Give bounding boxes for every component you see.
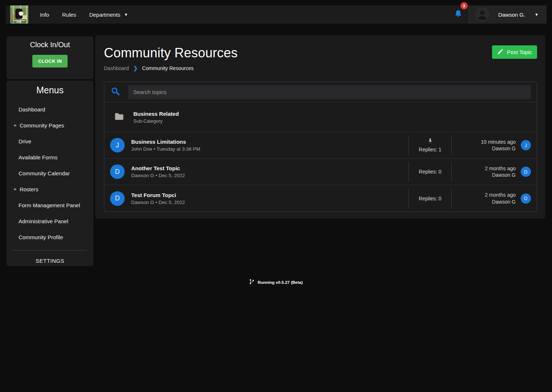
topic-meta: John Doe • Tuesday at 3:36 PM xyxy=(131,146,408,152)
last-post-cell: 10 minutes agoDawson G xyxy=(452,139,516,152)
sidebar-item-label: Administrative Panel xyxy=(19,218,68,224)
git-branch-icon xyxy=(249,279,254,286)
topic-row-business-limitations[interactable]: JBusiness LimitationsJohn Doe • Tuesday … xyxy=(104,132,537,159)
sidebar-item-community-profile[interactable]: Community Profile xyxy=(7,229,93,245)
topic-author-avatar: D xyxy=(110,164,125,179)
nav-link-rules[interactable]: Rules xyxy=(57,9,81,21)
clock-card-title: Clock In/Out xyxy=(7,41,93,49)
sidebar-menu: Dashboard▶Community PagesDriveAvailable … xyxy=(7,101,93,245)
sidebar-item-label: Rosters xyxy=(20,186,39,192)
footer: Running v0.5.27 (Beta) xyxy=(0,279,552,286)
user-avatar xyxy=(475,7,489,22)
post-topic-label: Post Topic xyxy=(507,49,532,55)
search-input[interactable] xyxy=(128,85,531,99)
replies-count: Replies: 0 xyxy=(419,169,441,175)
category-row-business-related[interactable]: Business Related Sub-Category xyxy=(104,102,537,132)
pin-icon xyxy=(427,138,433,146)
category-subtitle: Sub-Category xyxy=(133,118,179,124)
nav-link-label: Departments xyxy=(89,12,120,18)
clock-card: Clock In/Out CLOCK IN xyxy=(7,36,93,79)
replies-count: Replies: 1 xyxy=(419,147,441,152)
topic-list: JBusiness LimitationsJohn Doe • Tuesday … xyxy=(104,132,537,212)
last-poster-avatar: J xyxy=(521,140,531,150)
last-post-time: 10 minutes ago xyxy=(452,139,516,145)
menus-card-title: Menus xyxy=(7,85,93,95)
topic-author-avatar: D xyxy=(110,191,125,206)
topic-author-avatar: J xyxy=(110,138,125,152)
last-post-author: Dawson G xyxy=(452,199,516,205)
sidebar-item-label: Community Calendar xyxy=(19,170,70,176)
top-navbar: InfoRulesDepartments▼ 3 Dawson G. ▼ xyxy=(6,5,547,24)
last-post-author: Dawson G xyxy=(452,172,516,178)
logo-image[interactable] xyxy=(10,5,28,24)
chevron-right-icon: ❯ xyxy=(133,65,138,72)
nav-links: InfoRulesDepartments▼ xyxy=(35,9,133,21)
breadcrumb-dashboard[interactable]: Dashboard xyxy=(104,65,129,71)
topic-row-test-forum-topci[interactable]: DTest Forum TopciDawson G • Dec 5, 2022R… xyxy=(104,185,537,212)
nav-right: 3 Dawson G. ▼ xyxy=(448,5,547,24)
topic-meta: Dawson G • Dec 5, 2022 xyxy=(131,200,408,205)
user-name: Dawson G. xyxy=(498,12,525,18)
expand-arrow-icon: ▶ xyxy=(14,123,17,127)
sidebar-item-label: Community Profile xyxy=(19,234,63,240)
sidebar-item-label: Community Pages xyxy=(20,122,64,128)
main-panel: Community Resources Dashboard ❯ Communit… xyxy=(95,35,545,219)
topic-title[interactable]: Business Limitations xyxy=(131,139,408,145)
breadcrumb-current: Community Resources xyxy=(142,65,194,71)
last-post-author: Dawson G xyxy=(452,145,516,152)
notifications-button[interactable]: 3 xyxy=(448,5,469,24)
version-text: Running v0.5.27 (Beta) xyxy=(258,280,303,285)
sidebar-item-community-calendar[interactable]: Community Calendar xyxy=(7,165,93,181)
sidebar-item-settings[interactable]: SETTINGS xyxy=(7,258,93,264)
post-topic-button[interactable]: Post Topic xyxy=(492,45,537,59)
notification-badge: 3 xyxy=(460,2,468,9)
page-title: Community Resources xyxy=(104,45,537,61)
pencil-icon xyxy=(497,48,504,56)
chevron-down-icon: ▼ xyxy=(124,13,128,17)
folder-icon xyxy=(114,112,124,122)
sidebar-item-rosters[interactable]: ▶Rosters xyxy=(7,181,93,197)
breadcrumb: Dashboard ❯ Community Resources xyxy=(104,65,537,72)
sidebar-item-label: Available Forms xyxy=(19,154,57,160)
topic-replies-cell: Replies: 0 xyxy=(408,162,452,182)
topic-text: Another Test TopicDawson G • Dec 5, 2022 xyxy=(131,165,408,178)
nav-link-label: Rules xyxy=(62,12,76,18)
sidebar-item-dashboard[interactable]: Dashboard xyxy=(7,101,93,117)
sidebar-item-community-pages[interactable]: ▶Community Pages xyxy=(7,117,93,133)
nav-link-info[interactable]: Info xyxy=(35,9,54,21)
last-poster-avatar: D xyxy=(521,167,531,177)
last-post-time: 2 months ago xyxy=(452,165,516,172)
last-poster-avatar: D xyxy=(521,193,531,204)
replies-count: Replies: 0 xyxy=(419,196,441,201)
category-title: Business Related xyxy=(133,111,179,117)
nav-link-label: Info xyxy=(40,12,49,18)
topic-title[interactable]: Test Forum Topci xyxy=(131,192,408,198)
nav-link-departments[interactable]: Departments▼ xyxy=(84,9,133,21)
last-post-time: 2 months ago xyxy=(452,192,516,198)
search-row xyxy=(104,82,537,102)
expand-arrow-icon: ▶ xyxy=(14,187,17,191)
sidebar-item-label: Form Management Panel xyxy=(19,202,80,208)
chevron-down-icon: ▼ xyxy=(535,13,539,17)
sidebar-item-available-forms[interactable]: Available Forms xyxy=(7,149,93,165)
menu-divider xyxy=(13,250,87,250)
last-post-cell: 2 months agoDawson G xyxy=(452,192,516,205)
sidebar-item-label: Drive xyxy=(19,138,31,144)
sidebar-item-drive[interactable]: Drive xyxy=(7,133,93,149)
topic-text: Test Forum TopciDawson G • Dec 5, 2022 xyxy=(131,192,408,205)
sidebar-item-administrative-panel[interactable]: Administrative Panel xyxy=(7,213,93,229)
topic-row-another-test-topic[interactable]: DAnother Test TopicDawson G • Dec 5, 202… xyxy=(104,159,537,185)
user-menu[interactable]: Dawson G. ▼ xyxy=(469,5,547,24)
last-post-cell: 2 months agoDawson G xyxy=(452,165,516,179)
search-icon xyxy=(111,87,120,98)
topic-replies-cell: Replies: 0 xyxy=(408,188,452,209)
menus-card: Menus Dashboard▶Community PagesDriveAvai… xyxy=(7,81,93,266)
sidebar-item-form-management-panel[interactable]: Form Management Panel xyxy=(7,197,93,213)
sidebar-item-label: Dashboard xyxy=(19,106,45,113)
topics-panel: Business Related Sub-Category JBusiness … xyxy=(104,82,537,212)
topic-replies-cell: Replies: 1 xyxy=(408,135,452,155)
topic-meta: Dawson G • Dec 5, 2022 xyxy=(131,173,408,178)
topic-title[interactable]: Another Test Topic xyxy=(131,165,408,171)
clock-in-button[interactable]: CLOCK IN xyxy=(32,55,68,68)
bell-icon xyxy=(454,9,463,20)
